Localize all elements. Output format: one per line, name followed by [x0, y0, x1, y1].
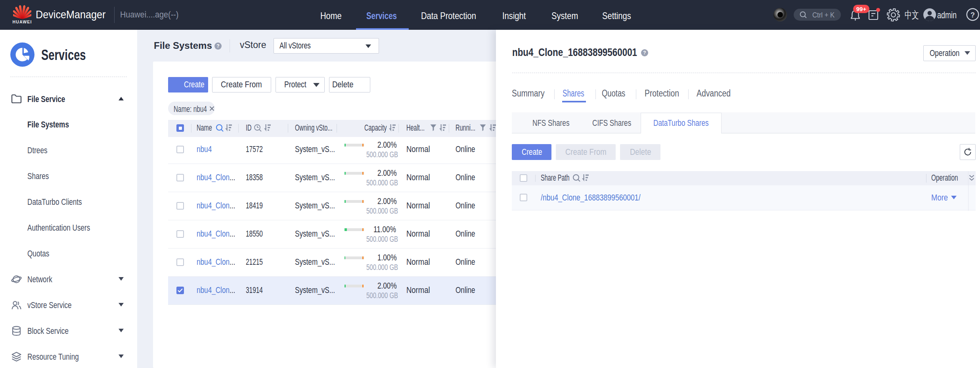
- svg-text:?: ?: [970, 11, 975, 19]
